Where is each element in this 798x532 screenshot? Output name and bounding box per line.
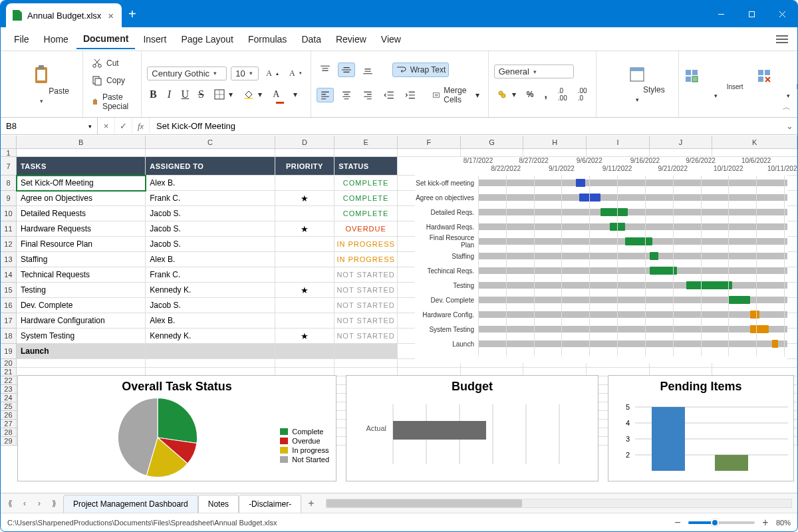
cell[interactable]: ★ — [275, 329, 335, 344]
select-all-corner[interactable] — [1, 136, 17, 148]
cell[interactable] — [650, 149, 713, 157]
row-header-14[interactable]: 14 — [1, 267, 17, 283]
cell[interactable]: COMPLETE — [334, 176, 398, 191]
copy-button[interactable]: Copy — [88, 73, 136, 88]
wrap-text-button[interactable]: Wrap Text — [392, 63, 450, 77]
cell[interactable]: System Testing — [17, 329, 146, 344]
minimize-button[interactable] — [706, 1, 736, 27]
expand-formula-bar-button[interactable]: ⌄ — [781, 118, 797, 134]
cell[interactable]: PRIORITY — [275, 157, 335, 176]
cell[interactable]: NOT STARTED — [334, 267, 398, 283]
collapse-ribbon-button[interactable]: ︿ — [783, 102, 791, 113]
menu-overflow-icon[interactable] — [773, 32, 791, 47]
row-header-8[interactable]: 8 — [1, 176, 17, 191]
row-header-28[interactable]: 28 — [1, 428, 17, 437]
cut-button[interactable]: Cut — [88, 56, 136, 70]
row-header-10[interactable]: 10 — [1, 206, 17, 221]
name-box[interactable]: B8▾ — [1, 118, 98, 134]
row-header-9[interactable]: 9 — [1, 191, 17, 206]
row-header-20[interactable]: 20 — [1, 359, 17, 368]
row-header-21[interactable]: 21 — [1, 368, 17, 376]
row-header-25[interactable]: 25 — [1, 402, 17, 411]
cell[interactable] — [146, 149, 275, 157]
column-header-K[interactable]: K — [712, 136, 797, 148]
cell[interactable] — [334, 149, 398, 157]
italic-button[interactable]: I — [163, 88, 175, 100]
cell[interactable] — [275, 298, 335, 313]
cell[interactable]: Testing — [17, 283, 146, 298]
cell[interactable] — [275, 252, 335, 267]
cell[interactable]: Hardware Configuration — [17, 313, 146, 329]
document-tab[interactable]: Annual Budget.xlsx × — [6, 3, 122, 27]
cell[interactable]: Alex B. — [146, 252, 275, 267]
cell[interactable] — [275, 313, 335, 329]
cell[interactable]: ASSIGNED TO — [146, 157, 275, 176]
row-header-7[interactable]: 7 — [1, 157, 17, 176]
row-header-15[interactable]: 15 — [1, 283, 17, 298]
cell[interactable] — [334, 344, 398, 359]
decrease-indent-button[interactable] — [380, 88, 398, 102]
cell[interactable] — [275, 149, 335, 157]
new-tab-button[interactable]: + — [122, 1, 143, 27]
row-header-27[interactable]: 27 — [1, 420, 17, 428]
cell[interactable] — [275, 344, 335, 359]
row-header-13[interactable]: 13 — [1, 252, 17, 267]
menu-view[interactable]: View — [374, 30, 408, 49]
cell[interactable]: ★ — [275, 283, 335, 298]
row-header-11[interactable]: 11 — [1, 221, 17, 237]
close-window-button[interactable] — [767, 1, 797, 27]
sheet-last-button[interactable]: ⟫ — [47, 497, 61, 510]
underline-button[interactable]: U — [179, 88, 191, 100]
menu-review[interactable]: Review — [329, 30, 373, 49]
cell[interactable] — [275, 267, 335, 283]
sheet-tab[interactable]: Notes — [198, 495, 239, 513]
cell[interactable] — [146, 344, 275, 359]
cell[interactable] — [587, 149, 650, 157]
cell[interactable]: Frank C. — [146, 191, 275, 206]
align-top-button[interactable] — [317, 63, 334, 77]
align-bottom-button[interactable] — [359, 63, 376, 77]
cell[interactable] — [275, 359, 335, 368]
align-center-button[interactable] — [338, 88, 355, 102]
cell[interactable]: NOT STARTED — [334, 298, 398, 313]
zoom-slider[interactable] — [688, 521, 755, 524]
row-header-16[interactable]: 16 — [1, 298, 17, 313]
cell[interactable]: Final Resource Plan — [17, 237, 146, 252]
percent-button[interactable]: % — [523, 88, 537, 101]
sheet-first-button[interactable]: ⟪ — [3, 497, 17, 510]
fx-button[interactable]: fx — [132, 118, 150, 134]
paste-label[interactable]: Paste — [10, 86, 73, 96]
increase-decimal-button[interactable]: .0.00 — [555, 85, 571, 104]
column-header-I[interactable]: I — [587, 136, 650, 148]
cell[interactable] — [17, 359, 146, 368]
cell[interactable]: TASKS — [17, 157, 146, 176]
font-size-dropdown[interactable]: 10▾ — [231, 66, 259, 80]
align-right-button[interactable] — [359, 88, 376, 102]
font-color-button[interactable]: A▾ — [269, 87, 301, 102]
column-header-H[interactable]: H — [523, 136, 587, 148]
menu-document[interactable]: Document — [76, 29, 135, 49]
cell[interactable] — [275, 206, 335, 221]
cell[interactable]: Jacob S. — [146, 206, 275, 221]
column-header-G[interactable]: G — [461, 136, 524, 148]
cell[interactable]: NOT STARTED — [334, 329, 398, 344]
cell[interactable] — [334, 359, 398, 368]
cell[interactable]: Alex B. — [146, 176, 275, 191]
cell[interactable]: COMPLETE — [334, 206, 398, 221]
cell[interactable]: Technical Requests — [17, 267, 146, 283]
close-tab-icon[interactable]: × — [106, 10, 115, 21]
number-format-dropdown[interactable]: General▾ — [494, 65, 574, 78]
cell[interactable]: Jacob S. — [146, 298, 275, 313]
cell[interactable]: ★ — [275, 191, 335, 206]
cell[interactable]: NOT STARTED — [334, 283, 398, 298]
cell[interactable]: Agree on Objectives — [17, 191, 146, 206]
zoom-in-button[interactable]: + — [760, 517, 771, 529]
cell[interactable]: Kennedy K. — [146, 329, 275, 344]
row-header-17[interactable]: 17 — [1, 313, 17, 329]
maximize-button[interactable] — [736, 1, 767, 27]
menu-formulas[interactable]: Formulas — [241, 30, 293, 49]
fill-color-button[interactable]: ▾ — [240, 87, 265, 102]
decrease-decimal-button[interactable]: .00.0 — [575, 85, 591, 104]
cell[interactable]: IN PROGRESS — [334, 252, 398, 267]
zoom-out-button[interactable]: − — [672, 517, 683, 529]
